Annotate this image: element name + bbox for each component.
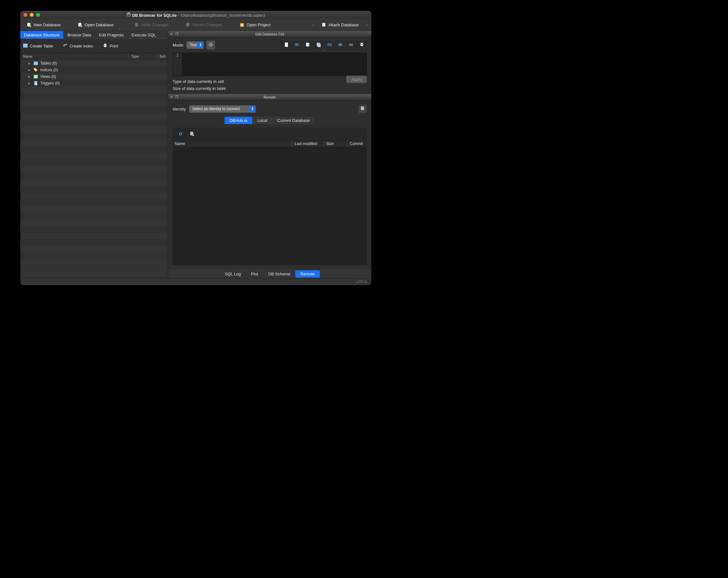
mode-label: Mode:	[173, 43, 184, 48]
push-database-button[interactable]	[359, 105, 367, 113]
tab-database-structure[interactable]: Database Structure	[20, 31, 64, 38]
app-window: DB Browser for SQLite - /Users/kistanov/…	[20, 11, 371, 285]
col-header-name[interactable]: Name	[21, 54, 129, 59]
import-icon[interactable]	[305, 42, 310, 48]
tab-browse-data[interactable]: Browse Data	[64, 31, 95, 38]
database-new-icon	[27, 23, 32, 28]
remote-table: Name Last modified Size Commit	[173, 128, 367, 265]
document-icon	[33, 81, 38, 86]
col-header-last-modified[interactable]: Last modified	[292, 141, 324, 147]
main-tabs: Database Structure Browse Data Edit Prag…	[20, 31, 168, 38]
tree-item-triggers[interactable]: ▶ Triggers (0)	[21, 80, 167, 86]
svg-rect-34	[318, 44, 320, 47]
tree-empty-row	[21, 219, 167, 226]
panel-title-label: Remote	[168, 95, 371, 99]
image-icon[interactable]	[295, 42, 300, 48]
tab-db-schema[interactable]: DB Schema	[263, 270, 295, 278]
tree-empty-row	[21, 106, 167, 113]
attach-database-button[interactable]: Attach Database	[318, 20, 363, 30]
chevron-right-icon: ▶	[28, 68, 31, 72]
tree-empty-row	[21, 193, 167, 199]
tree-empty-row	[21, 140, 167, 146]
refresh-button[interactable]	[178, 131, 183, 137]
col-header-name[interactable]: Name	[173, 141, 292, 147]
tab-dbhub[interactable]: DBHub.io	[225, 117, 253, 124]
remote-table-header: Name Last modified Size Commit	[173, 140, 367, 147]
clone-database-button[interactable]	[189, 131, 194, 137]
open-database-button[interactable]: Open Database	[74, 20, 117, 30]
svg-point-31	[296, 44, 297, 45]
detach-panel-icon[interactable]: ❐	[175, 95, 178, 99]
col-header-type[interactable]: Type	[129, 54, 157, 59]
tree-item-tables[interactable]: ▶ Tables (0)	[21, 60, 167, 66]
gear-icon	[208, 42, 213, 48]
tab-execute-sql[interactable]: Execute SQL	[128, 31, 160, 38]
tab-remote[interactable]: Remote	[295, 270, 320, 278]
chevron-down-icon[interactable]: ⌄	[117, 27, 121, 31]
tab-local[interactable]: Local	[252, 117, 272, 124]
tab-edit-pragmas[interactable]: Edit Pragmas	[95, 31, 128, 38]
tree-empty-row	[21, 166, 167, 173]
col-header-size[interactable]: Size	[324, 141, 347, 147]
close-panel-icon[interactable]: ✕	[170, 32, 173, 36]
svg-rect-17	[104, 46, 106, 47]
tab-plot[interactable]: Plot	[246, 270, 263, 278]
toolbar-overflow-icon[interactable]: ››	[309, 23, 317, 27]
close-window-button[interactable]	[23, 13, 27, 17]
svg-point-28	[210, 44, 211, 45]
tab-current-database[interactable]: Current Database	[272, 117, 315, 124]
printer-icon	[103, 43, 108, 49]
detach-panel-icon[interactable]: ❐	[175, 32, 178, 36]
open-project-button[interactable]: Open Project	[236, 20, 274, 30]
title-path: /Users/kistanov/github/url_shortener/db.…	[180, 13, 265, 18]
apply-button[interactable]: Apply	[346, 76, 367, 83]
cell-editor[interactable]: 1	[173, 53, 367, 76]
tab-sql-log[interactable]: SQL Log	[219, 270, 246, 278]
tree-empty-row	[21, 173, 167, 180]
copy-icon[interactable]	[316, 42, 321, 48]
col-header-commit[interactable]: Commit	[347, 141, 367, 147]
tree-empty-row	[21, 126, 167, 133]
close-panel-icon[interactable]: ✕	[170, 95, 173, 99]
svg-rect-30	[295, 43, 300, 46]
col-header-schema[interactable]: Sch	[157, 54, 167, 59]
new-database-button[interactable]: New Database	[23, 20, 64, 30]
bottom-panel-tabs: SQL Log Plot DB Schema Remote	[168, 269, 371, 278]
printer-icon[interactable]	[359, 42, 364, 48]
tree-item-views[interactable]: ▶ Views (0)	[21, 73, 167, 80]
statusbar: UTF-8	[20, 278, 371, 285]
chevron-down-icon[interactable]: ⌄	[323, 49, 326, 51]
clear-icon[interactable]	[348, 42, 354, 48]
chevron-right-icon: ▶	[28, 62, 31, 65]
document-icon[interactable]	[284, 42, 289, 48]
tree-empty-row	[21, 239, 167, 246]
tree-header: Name Type Sch	[21, 54, 167, 60]
export-icon[interactable]	[327, 42, 332, 48]
tree-empty-row	[21, 253, 167, 259]
svg-rect-42	[361, 45, 363, 46]
window-title: DB Browser for SQLite - /Users/kistanov/…	[20, 12, 371, 18]
write-changes-button: Write Changes	[131, 20, 172, 30]
index-icon	[62, 43, 68, 49]
create-table-button[interactable]: Create Table	[23, 43, 53, 49]
project-open-icon	[239, 23, 244, 28]
left-pane: Database Structure Browse Data Edit Prag…	[20, 31, 168, 278]
mode-select[interactable]: Text ▲▼	[187, 42, 204, 49]
identity-label: Identity	[173, 107, 186, 111]
cell-action-toolbar: ⌄	[281, 41, 367, 49]
tree-item-indices[interactable]: ▶ Indices (0)	[21, 66, 167, 73]
tree-empty-row	[21, 153, 167, 160]
minimize-window-button[interactable]	[30, 13, 33, 17]
tree-empty-row	[21, 133, 167, 140]
toolbar-overflow-icon-2[interactable]: ››	[363, 23, 371, 27]
print-button[interactable]: Print	[103, 43, 118, 49]
save-icon[interactable]	[338, 42, 343, 48]
create-index-button[interactable]: Create Index	[62, 43, 93, 49]
database-open-icon	[78, 23, 83, 28]
main-toolbar: New Database Open Database ⌄ Write Chang…	[20, 19, 371, 31]
fullscreen-window-button[interactable]	[36, 13, 40, 17]
tree-empty-row	[21, 246, 167, 253]
encoding-label[interactable]: UTF-8	[356, 280, 367, 284]
mode-settings-button[interactable]	[206, 40, 215, 49]
identity-select[interactable]: Select an identity to connect ▲▼	[189, 105, 256, 113]
